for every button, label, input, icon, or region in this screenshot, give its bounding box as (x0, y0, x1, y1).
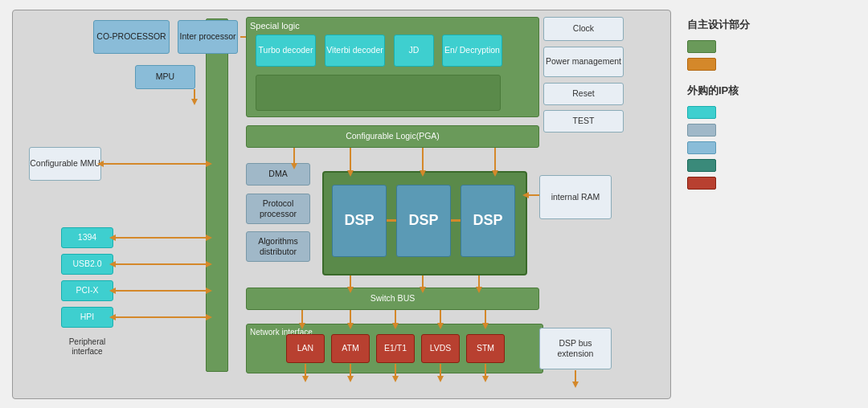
legend-green-swatch (687, 40, 716, 53)
pcix-block: PCI-X (61, 280, 113, 301)
dsp1-block: DSP (332, 185, 387, 257)
main-bus-bar (206, 18, 228, 372)
dsp-bus-extension-block: DSP bus extension (539, 328, 612, 369)
svg-marker-49 (392, 376, 399, 382)
legend-orange (687, 58, 832, 71)
reset-block: Reset (543, 83, 624, 105)
atm-block: ATM (331, 334, 370, 363)
legend-green (687, 40, 832, 53)
algorithms-distributor-block: Algorithms distributor (246, 231, 310, 262)
dsp3-block: DSP (461, 185, 515, 257)
svg-marker-53 (482, 376, 489, 382)
dsp-arrow-2 (451, 219, 461, 222)
viterbi-decoder-block: Viterbi decoder (325, 35, 385, 67)
svg-marker-55 (572, 381, 579, 388)
jd-block: JD (394, 35, 434, 67)
internal-ram-block: internal RAM (539, 175, 612, 219)
stm-block: STM (466, 334, 505, 363)
legend-lightblue-swatch (687, 141, 716, 154)
architecture-diagram: CO-PROCESSOR Inter processor MPU Configu… (12, 10, 671, 399)
dma-block: DMA (246, 163, 310, 186)
1394-block: 1394 (61, 227, 113, 248)
svg-marker-51 (437, 376, 444, 382)
peripheral-interface-label: Peripheral interface (61, 332, 113, 362)
lvds-block: LVDS (421, 334, 460, 363)
protocol-processor-block: Protocol processor (246, 194, 310, 224)
usb20-block: USB2.0 (61, 254, 113, 275)
legend-panel: 自主设计部分 外购的IP核 (679, 10, 840, 198)
legend-orange-swatch (687, 58, 716, 71)
hpi-block: HPI (61, 307, 113, 328)
legend-cyan-swatch (687, 106, 716, 119)
legend-cyan (687, 106, 832, 119)
svg-marker-45 (302, 376, 309, 382)
legend-lightblue (687, 141, 832, 154)
inter-processor-block: Inter processor (178, 20, 238, 54)
en-decryption-block: En/ Decryption (442, 35, 502, 67)
svg-marker-17 (191, 99, 198, 105)
svg-marker-47 (347, 376, 354, 382)
legend-redbrown (687, 177, 832, 190)
lan-block: LAN (286, 334, 325, 363)
turbo-decoder-block: Turbo decoder (256, 35, 316, 67)
dsp-arrow-1 (387, 219, 396, 222)
legend-section2-title: 外购的IP核 (687, 84, 832, 98)
configurable-logic-block: Configurable Logic(PGA) (246, 125, 539, 148)
configurable-mmu-block: Configurable MMU (29, 147, 101, 181)
legend-lightgray-swatch (687, 124, 716, 137)
mpu-block: MPU (135, 65, 195, 89)
coprocessor-block: CO-PROCESSOR (93, 20, 170, 54)
switch-bus-block: Switch BUS (246, 288, 539, 310)
legend-teal-swatch (687, 159, 716, 172)
legend-teal (687, 159, 832, 172)
special-logic-inner (256, 75, 501, 111)
legend-redbrown-swatch (687, 177, 716, 190)
legend-section1-title: 自主设计部分 (687, 18, 832, 32)
e1t1-block: E1/T1 (376, 334, 415, 363)
clock-block: Clock (543, 17, 624, 41)
dsp-container: DSP DSP DSP (322, 171, 527, 275)
legend-lightgray (687, 124, 832, 137)
dsp2-block: DSP (396, 185, 451, 257)
power-management-block: Power management (543, 47, 624, 77)
test-block: TEST (543, 110, 624, 133)
